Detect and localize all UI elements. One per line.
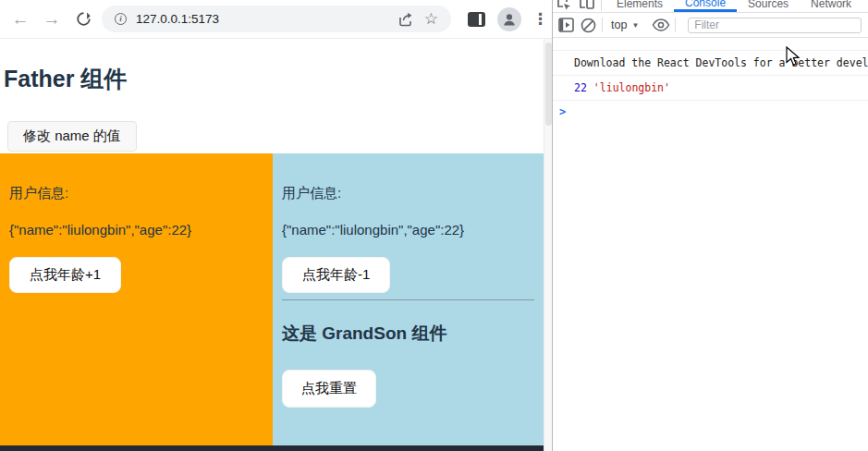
console-sidebar-icon[interactable]	[555, 14, 577, 36]
tab-console[interactable]: Console	[674, 0, 737, 12]
divider	[282, 299, 534, 300]
grandson-reset-button[interactable]: 点我重置	[282, 370, 376, 408]
context-selector[interactable]: top ▼	[611, 18, 639, 31]
divider	[675, 18, 676, 32]
grandson-component-title: 这是 GrandSon 组件	[282, 322, 534, 346]
url-text[interactable]: 127.0.0.1:5173	[136, 12, 393, 26]
browser-toolbar: ← → i 127.0.0.1:5173 ☆ ⋮	[0, 0, 552, 39]
son2-age-minus-button[interactable]: 点我年龄-1	[282, 257, 390, 293]
modify-name-button[interactable]: 修改 name 的值	[7, 121, 137, 152]
devtools-tabbar: Elements Console Sources Network	[553, 0, 868, 13]
devtools-panel: Elements Console Sources Network top ▼ D…	[552, 0, 868, 451]
console-toolbar: top ▼	[553, 13, 868, 38]
bookmark-star-icon[interactable]: ☆	[424, 9, 438, 29]
son1-user-json: {"name":"liulongbin","age":22}	[9, 220, 263, 240]
tab-elements[interactable]: Elements	[605, 0, 674, 12]
page-bottom-bar	[0, 445, 544, 451]
son2-user-json: {"name":"liulongbin","age":22}	[282, 220, 534, 240]
url-bar[interactable]: i 127.0.0.1:5173 ☆	[102, 6, 451, 32]
site-info-icon[interactable]: i	[115, 13, 127, 25]
page-scrollbar[interactable]	[544, 39, 552, 451]
reload-icon[interactable]	[72, 8, 94, 30]
log-string: 'liulongbin'	[593, 81, 670, 94]
back-icon[interactable]: ←	[9, 8, 31, 30]
tab-network[interactable]: Network	[800, 0, 862, 12]
father-component-title: Father 组件	[4, 64, 544, 94]
son1-info-label: 用户信息:	[9, 183, 263, 203]
son1-panel: 用户信息: {"name":"liulongbin","age":22} 点我年…	[0, 153, 273, 447]
chevron-down-icon: ▼	[631, 21, 639, 30]
browser-menu-icon[interactable]: ⋮	[532, 9, 548, 29]
forward-icon[interactable]: →	[41, 8, 63, 30]
console-messages: Download the React DevTools for a better…	[553, 38, 868, 123]
divider	[601, 0, 602, 11]
son1-age-plus-button[interactable]: 点我年龄+1	[9, 257, 121, 293]
console-info-message: Download the React DevTools for a better…	[553, 50, 868, 75]
device-toolbar-icon[interactable]	[575, 0, 597, 13]
component-panels: 用户信息: {"name":"liulongbin","age":22} 点我年…	[0, 153, 544, 447]
console-filter-input[interactable]	[688, 18, 862, 33]
son2-info-label: 用户信息:	[282, 183, 534, 203]
son2-panel: 用户信息: {"name":"liulongbin","age":22} 点我年…	[273, 153, 544, 447]
console-prompt[interactable]: >	[553, 100, 868, 123]
inspect-element-icon[interactable]	[553, 0, 575, 13]
eye-icon[interactable]	[650, 14, 672, 36]
page-viewport: Father 组件 修改 name 的值 用户信息: {"name":"liul…	[0, 40, 544, 451]
tab-sources[interactable]: Sources	[737, 0, 800, 12]
scrollbar-thumb[interactable]	[545, 43, 552, 126]
side-panel-icon[interactable]	[468, 12, 485, 27]
divider	[602, 18, 603, 32]
console-log-row: 22'liulongbin'	[553, 75, 868, 100]
log-number: 22	[574, 81, 587, 94]
profile-avatar[interactable]	[497, 7, 521, 31]
prompt-chevron-icon: >	[559, 105, 566, 118]
share-icon[interactable]	[397, 12, 417, 27]
clear-console-icon[interactable]	[577, 14, 599, 36]
